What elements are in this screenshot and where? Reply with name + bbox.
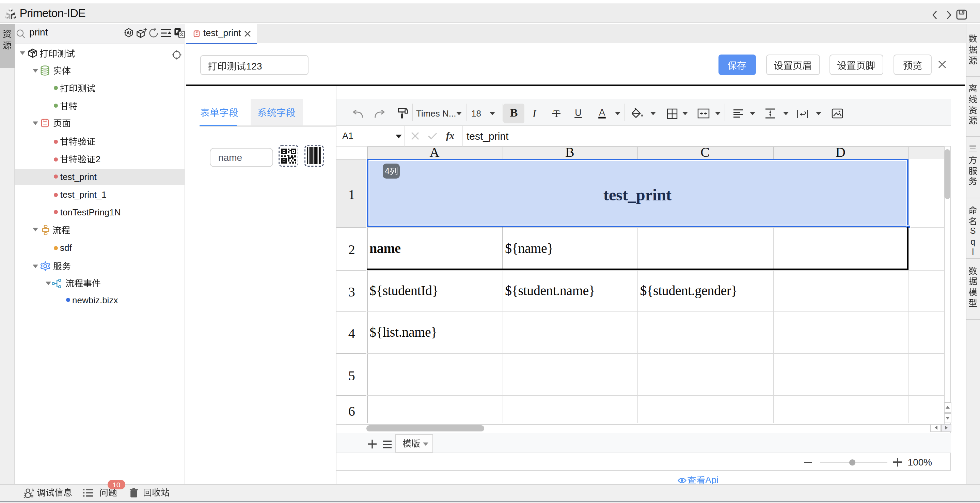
svg-text:U: U [575,107,582,118]
svg-text:A: A [599,107,605,117]
